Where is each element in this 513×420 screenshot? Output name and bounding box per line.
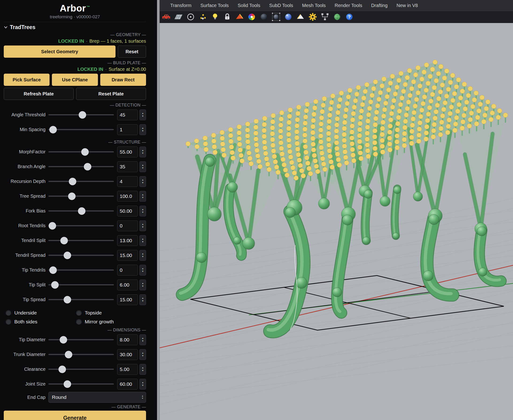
stepper-up-icon[interactable]: ▲ <box>142 112 144 114</box>
stepper-up-icon[interactable]: ▲ <box>142 268 144 270</box>
stepper-up-icon[interactable]: ▲ <box>142 223 144 225</box>
tendril-spread-value-input[interactable]: 15.00 <box>117 250 138 261</box>
sphere-select-icon[interactable] <box>272 12 281 22</box>
stepper-down-icon[interactable]: ▼ <box>142 115 144 117</box>
trunk-diameter-slider[interactable] <box>48 350 114 359</box>
menu-item-solid-tools[interactable]: Solid Tools <box>233 3 264 8</box>
morphfactor-value-input[interactable]: 55.00 <box>117 147 138 157</box>
stepper-down-icon[interactable]: ▼ <box>142 152 144 154</box>
node-tree-icon[interactable] <box>320 12 330 22</box>
slider-handle[interactable] <box>68 193 76 200</box>
stepper-down-icon[interactable]: ▼ <box>142 370 144 372</box>
help-icon[interactable]: ? <box>345 12 354 22</box>
stepper-down-icon[interactable]: ▼ <box>142 300 144 302</box>
fork-bias-slider[interactable] <box>48 207 114 215</box>
value-stepper[interactable]: ▲▼ <box>140 191 146 202</box>
reset-plate-button[interactable]: Reset Plate <box>76 88 146 100</box>
wedge-red-icon[interactable] <box>235 12 244 22</box>
panel-splitter[interactable] <box>157 0 160 420</box>
slider-handle[interactable] <box>79 111 86 119</box>
stepper-down-icon[interactable]: ▼ <box>142 182 144 184</box>
stepper-down-icon[interactable]: ▼ <box>142 241 144 243</box>
tip-spread-slider[interactable] <box>48 295 114 304</box>
pick-surface-button[interactable]: Pick Surface <box>4 74 50 86</box>
reset-geometry-button[interactable]: Reset <box>118 45 146 58</box>
tip-tendrils-value-input[interactable]: 0 <box>117 265 138 276</box>
tree-spread-value-input[interactable]: 100.0 <box>117 191 138 202</box>
radio-icon[interactable] <box>76 319 82 324</box>
stepper-down-icon[interactable]: ▼ <box>142 384 144 386</box>
draw-rect-button[interactable]: Draw Rect <box>100 74 146 86</box>
gear-icon[interactable] <box>308 12 318 22</box>
stepper-up-icon[interactable]: ▲ <box>142 179 144 181</box>
recursion-depth-value-input[interactable]: 4 <box>117 176 138 187</box>
tip-split-value-input[interactable]: 6.00 <box>117 279 138 290</box>
stepper-down-icon[interactable]: ▼ <box>142 270 144 272</box>
radio-icon[interactable] <box>6 310 11 316</box>
sparkle-icon[interactable] <box>198 12 208 22</box>
branch-angle-value-input[interactable]: 35 <box>117 161 138 172</box>
slider-handle[interactable] <box>81 148 89 156</box>
slider-handle[interactable] <box>51 281 59 289</box>
stepper-up-icon[interactable]: ▲ <box>142 253 144 255</box>
value-stepper[interactable]: ▲▼ <box>140 161 146 172</box>
option-mirror-growth[interactable]: Mirror growth <box>76 319 146 325</box>
stepper-up-icon[interactable]: ▲ <box>142 367 144 369</box>
slider-handle[interactable] <box>49 126 57 134</box>
radio-icon[interactable] <box>6 319 11 324</box>
slider-handle[interactable] <box>64 380 71 388</box>
slider-handle[interactable] <box>49 222 56 230</box>
use-cplane-button[interactable]: Use CPlane <box>52 74 98 86</box>
tip-tendrils-slider[interactable] <box>48 266 114 274</box>
stepper-up-icon[interactable]: ▲ <box>142 209 144 210</box>
branch-angle-slider[interactable] <box>48 163 114 171</box>
viewport-canvas[interactable] <box>160 23 513 420</box>
stepper-down-icon[interactable]: ▼ <box>142 226 144 228</box>
recursion-depth-slider[interactable] <box>48 177 114 186</box>
value-stepper[interactable]: ▲▼ <box>140 176 146 187</box>
slider-handle[interactable] <box>58 366 66 373</box>
tree-spread-slider[interactable] <box>48 192 114 201</box>
option-both-sides[interactable]: Both sides <box>6 319 76 325</box>
select-geometry-button[interactable]: Select Geometry <box>4 45 116 58</box>
bulb-icon[interactable] <box>210 12 220 22</box>
min-spacing-value-input[interactable]: 1 <box>117 124 138 135</box>
slider-handle[interactable] <box>78 207 86 215</box>
stepper-down-icon[interactable]: ▼ <box>142 196 144 199</box>
stepper-up-icon[interactable]: ▲ <box>142 282 144 285</box>
wedge-white-icon[interactable] <box>296 12 305 22</box>
menu-item-drafting[interactable]: Drafting <box>367 3 392 8</box>
viewport[interactable] <box>160 23 513 420</box>
value-stepper[interactable]: ▲▼ <box>140 206 146 217</box>
slider-handle[interactable] <box>49 266 57 274</box>
value-stepper[interactable]: ▲▼ <box>140 235 146 246</box>
plane-grid-icon[interactable] <box>174 12 183 22</box>
stepper-down-icon[interactable]: ▼ <box>142 211 144 213</box>
menu-item-render-tools[interactable]: Render Tools <box>330 3 366 8</box>
endcap-select[interactable]: Round▲▼ <box>48 392 146 403</box>
value-stepper[interactable]: ▲▼ <box>140 110 146 120</box>
stepper-up-icon[interactable]: ▲ <box>142 382 144 384</box>
value-stepper[interactable]: ▲▼ <box>140 334 146 345</box>
min-spacing-slider[interactable] <box>48 126 114 134</box>
clearance-slider[interactable] <box>48 365 114 374</box>
tendril-spread-slider[interactable] <box>48 251 114 260</box>
slider-handle[interactable] <box>84 163 91 171</box>
sphere-dark-icon[interactable] <box>259 12 269 22</box>
slider-handle[interactable] <box>65 351 72 358</box>
generate-button[interactable]: Generate <box>4 411 146 420</box>
stepper-up-icon[interactable]: ▲ <box>142 149 144 151</box>
value-stepper[interactable]: ▲▼ <box>140 265 146 276</box>
stepper-up-icon[interactable]: ▲ <box>142 194 144 196</box>
value-stepper[interactable]: ▲▼ <box>140 279 146 290</box>
slider-handle[interactable] <box>60 336 67 344</box>
tip-diameter-value-input[interactable]: 8.00 <box>117 334 138 345</box>
value-stepper[interactable]: ▲▼ <box>140 349 146 360</box>
menu-item-surface-tools[interactable]: Surface Tools <box>196 3 233 8</box>
stepper-up-icon[interactable]: ▲ <box>142 297 144 299</box>
angle-threshold-value-input[interactable]: 45 <box>117 110 138 120</box>
tip-split-slider[interactable] <box>48 281 114 289</box>
trunk-diameter-value-input[interactable]: 30.00 <box>117 349 138 360</box>
option-topside[interactable]: Topside <box>76 310 146 316</box>
joint-size-slider[interactable] <box>48 380 114 388</box>
